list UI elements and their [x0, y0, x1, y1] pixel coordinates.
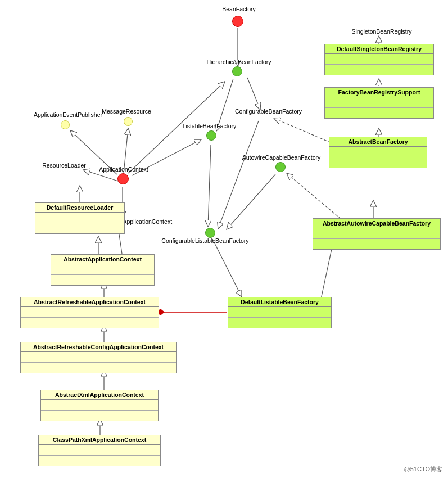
class-diagram: BeanFactory SingletonBeanRegistry Hierar…: [0, 0, 448, 478]
application-context-node: [117, 173, 129, 184]
abstract-xml-box: AbstractXmlApplicationContext: [40, 390, 159, 421]
svg-line-11: [218, 121, 259, 229]
app-event-publisher-node: [61, 120, 70, 129]
abstract-refreshable-box: AbstractRefreshableApplicationContext: [20, 297, 159, 328]
factory-bean-registry-support-title: FactoryBeanRegistrySupport: [325, 88, 433, 97]
default-singleton-bean-registry-title: DefaultSingletonBeanRegistry: [325, 44, 433, 54]
autowire-capable-node: [275, 162, 286, 172]
abstract-app-context-box: AbstractApplicationContext: [51, 254, 155, 286]
abstract-app-context-title: AbstractApplicationContext: [51, 255, 154, 264]
class-path-xml-title: ClassPathXmlApplicationContext: [39, 435, 160, 445]
default-singleton-bean-registry-box: DefaultSingletonBeanRegistry: [324, 44, 434, 75]
listable-bean-factory-label: ListableBeanFactory: [177, 123, 242, 129]
abstract-refreshable-config-title: AbstractRefreshableConfigApplicationCont…: [21, 342, 176, 352]
bean-factory-node: [232, 16, 243, 27]
configurable-bean-factory-label: ConfigurableBeanFactory: [225, 108, 312, 115]
app-event-publisher-label: ApplicationEventPublisher: [34, 111, 101, 118]
abstract-bean-factory-box: AbstractBeanFactory: [329, 137, 427, 168]
autowire-capable-label: AutowireCapableBeanFactory: [235, 154, 328, 161]
default-resource-loader-title: DefaultResourceLoader: [35, 203, 124, 213]
default-listable-box: DefaultListableBeanFactory: [228, 297, 332, 328]
abstract-autowire-box: AbstractAutowireCapableBeanFactory: [313, 218, 441, 250]
singleton-bean-registry-label: SingletonBeanRegistry: [334, 28, 429, 35]
default-resource-loader-box: DefaultResourceLoader: [35, 202, 125, 234]
svg-line-13: [212, 239, 242, 297]
svg-line-10: [208, 145, 211, 227]
class-path-xml-box: ClassPathXmlApplicationContext: [38, 435, 161, 466]
resource-loader-label: ResourceLoader: [36, 162, 92, 169]
abstract-refreshable-config-box: AbstractRefreshableConfigApplicationCont…: [20, 342, 177, 373]
application-context-label: ApplicationContext: [90, 166, 157, 173]
configurable-listable-node: [205, 228, 215, 238]
hierarchical-bean-factory-label: HierarchicalBeanFactory: [205, 58, 273, 65]
factory-bean-registry-support-box: FactoryBeanRegistrySupport: [324, 87, 434, 119]
abstract-autowire-title: AbstractAutowireCapableBeanFactory: [313, 219, 440, 228]
svg-line-12: [227, 174, 275, 229]
default-listable-title: DefaultListableBeanFactory: [228, 297, 331, 307]
watermark: @51CTO博客: [404, 465, 442, 474]
hierarchical-bean-factory-node: [232, 66, 242, 76]
message-resource-node: [124, 117, 133, 126]
abstract-refreshable-title: AbstractRefreshableApplicationContext: [21, 297, 159, 307]
listable-bean-factory-node: [206, 130, 216, 141]
svg-line-8: [247, 78, 260, 110]
configurable-listable-label: ConfigurableListableBeanFactory: [157, 237, 253, 244]
abstract-xml-title: AbstractXmlApplicationContext: [41, 390, 158, 400]
bean-factory-label: BeanFactory: [214, 6, 264, 12]
message-resource-label: MessageResource: [98, 108, 155, 115]
abstract-bean-factory-title: AbstractBeanFactory: [329, 137, 427, 147]
